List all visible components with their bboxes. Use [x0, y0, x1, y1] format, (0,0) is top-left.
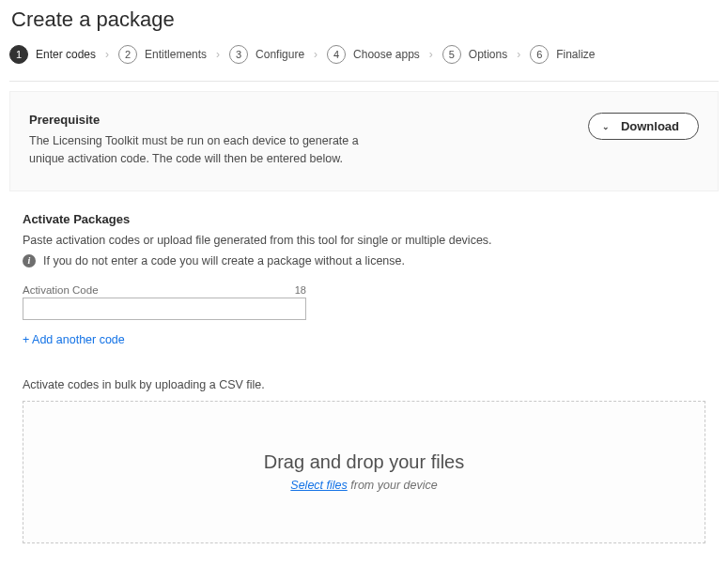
step-label: Options	[469, 48, 507, 61]
step-options[interactable]: 5 Options	[442, 45, 507, 64]
activation-code-counter: 18	[295, 284, 306, 296]
prerequisite-card: Prerequisite The Licensing Toolkit must …	[9, 91, 719, 191]
footer-actions: Cancel Previous Next	[9, 543, 719, 566]
step-choose-apps[interactable]: 4 Choose apps	[327, 45, 420, 64]
step-configure[interactable]: 3 Configure	[229, 45, 304, 64]
info-row: i If you do not enter a code you will cr…	[23, 254, 705, 267]
chevron-right-icon: ›	[429, 48, 433, 61]
activation-code-input[interactable]	[23, 298, 306, 320]
step-number: 3	[229, 45, 248, 64]
step-label: Finalize	[556, 48, 595, 61]
file-dropzone[interactable]: Drag and drop your files Select files fr…	[23, 401, 705, 543]
stepper: 1 Enter codes › 2 Entitlements › 3 Confi…	[9, 45, 719, 82]
prerequisite-text: The Licensing Toolkit must be run on eac…	[29, 132, 367, 168]
step-enter-codes[interactable]: 1 Enter codes	[9, 45, 96, 64]
activate-title: Activate Packages	[23, 212, 705, 226]
chevron-right-icon: ›	[517, 48, 520, 61]
chevron-right-icon: ›	[216, 48, 220, 61]
chevron-right-icon: ›	[314, 48, 318, 61]
add-another-code-link[interactable]: + Add another code	[23, 333, 125, 346]
step-label: Enter codes	[36, 48, 96, 61]
dropzone-suffix: from your device	[348, 479, 438, 492]
step-number: 4	[327, 45, 346, 64]
activate-section: Activate Packages Paste activation codes…	[9, 203, 719, 543]
activate-subtitle: Paste activation codes or upload file ge…	[23, 234, 705, 247]
step-label: Entitlements	[145, 48, 207, 61]
step-number: 5	[442, 45, 461, 64]
info-text: If you do not enter a code you will crea…	[43, 254, 405, 267]
step-number: 6	[530, 45, 549, 64]
prerequisite-title: Prerequisite	[29, 113, 367, 127]
bulk-upload-label: Activate codes in bulk by uploading a CS…	[23, 378, 705, 391]
step-label: Choose apps	[353, 48, 420, 61]
chevron-down-icon: ⌄	[602, 122, 610, 131]
page-title: Create a package	[11, 8, 719, 32]
step-number: 2	[118, 45, 137, 64]
activation-code-label: Activation Code	[23, 284, 99, 296]
info-icon: i	[23, 254, 36, 267]
download-button[interactable]: ⌄ Download	[588, 113, 699, 140]
chevron-right-icon: ›	[105, 48, 109, 61]
download-label: Download	[621, 119, 679, 133]
step-label: Configure	[256, 48, 304, 61]
select-files-link[interactable]: Select files	[290, 479, 347, 492]
dropzone-title: Drag and drop your files	[264, 451, 464, 473]
dropzone-subtitle: Select files from your device	[290, 479, 437, 492]
step-number: 1	[9, 45, 28, 64]
step-finalize[interactable]: 6 Finalize	[530, 45, 595, 64]
step-entitlements[interactable]: 2 Entitlements	[118, 45, 207, 64]
